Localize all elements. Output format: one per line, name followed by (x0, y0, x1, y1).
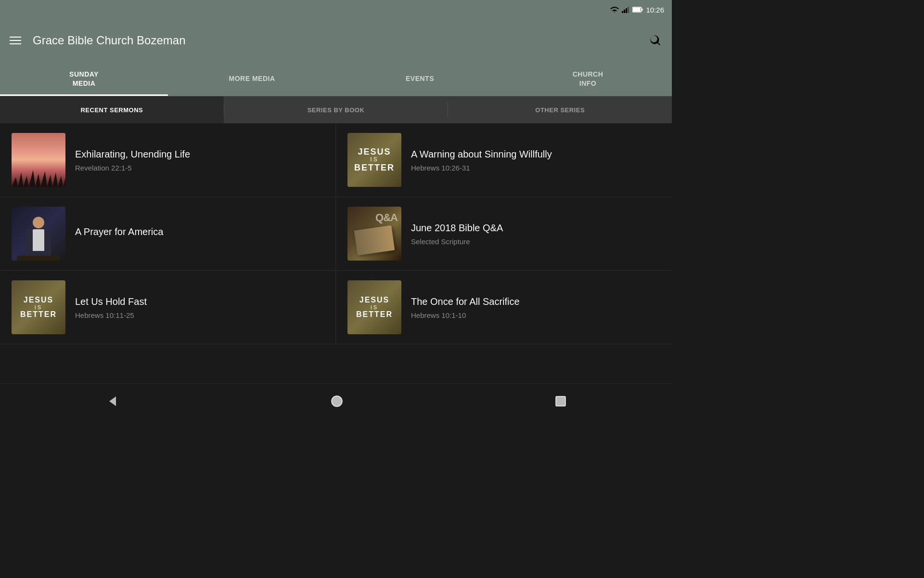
sermon-item[interactable]: JESUS IS BETTER Let Us Hold Fast Hebrews… (0, 271, 336, 344)
sermon-info: Let Us Hold Fast Hebrews 10:11-25 (75, 296, 324, 319)
sermon-scripture: Hebrews 10:11-25 (75, 311, 324, 319)
sermon-scripture: Selected Scripture (411, 237, 660, 246)
back-button[interactable] (105, 394, 119, 408)
status-bar: 10:26 (0, 0, 672, 19)
home-button[interactable] (330, 394, 344, 408)
sermon-item[interactable]: JESUS IS BETTER The Once for All Sacrifi… (336, 271, 672, 344)
sermon-title: June 2018 Bible Q&A (411, 222, 660, 234)
sermon-title: Let Us Hold Fast (75, 296, 324, 307)
sub-tab-recent-sermons[interactable]: RECENT SERMONS (0, 96, 224, 123)
status-time: 10:26 (646, 6, 664, 14)
battery-icon (632, 7, 643, 13)
menu-button[interactable] (10, 37, 21, 44)
svg-rect-3 (628, 7, 629, 13)
svg-rect-0 (622, 11, 623, 13)
recents-button[interactable] (555, 395, 566, 407)
svg-point-8 (332, 396, 342, 407)
svg-rect-6 (642, 9, 643, 11)
sermon-thumbnail: JESUS IS BETTER (347, 280, 401, 334)
svg-rect-5 (633, 8, 641, 12)
svg-marker-7 (109, 396, 116, 406)
sermon-thumbnail (12, 207, 65, 261)
svg-rect-1 (624, 10, 625, 13)
sub-tab-series-by-book[interactable]: SERIES BY BOOK (224, 96, 448, 123)
signal-icon (622, 6, 629, 13)
sermon-info: A Warning about Sinning Willfully Hebrew… (411, 148, 660, 172)
sermon-item[interactable]: Exhilarating, Unending Life Revelation 2… (0, 123, 336, 197)
search-button[interactable] (649, 34, 662, 47)
sermon-info: Exhilarating, Unending Life Revelation 2… (75, 148, 324, 172)
app-title: Grace Bible Church Bozeman (33, 34, 637, 47)
sub-tab-nav: RECENT SERMONS SERIES BY BOOK OTHER SERI… (0, 96, 672, 123)
sub-tab-other-series[interactable]: OTHER SERIES (448, 96, 672, 123)
sermon-info: June 2018 Bible Q&A Selected Scripture (411, 222, 660, 246)
sermon-title: The Once for All Sacrifice (411, 296, 660, 307)
sermon-scripture: Revelation 22:1-5 (75, 164, 324, 172)
bottom-nav (0, 383, 672, 418)
sermon-scripture: Hebrews 10:26-31 (411, 164, 660, 172)
sermon-thumbnail (12, 133, 65, 187)
sermon-item[interactable]: A Prayer for America (0, 197, 336, 271)
main-tab-nav: SUNDAY MEDIA MORE MEDIA EVENTS CHURCH IN… (0, 62, 672, 96)
sermon-thumbnail: JESUS IS BETTER (347, 133, 401, 187)
sermon-scripture: Hebrews 10:1-10 (411, 311, 660, 319)
sermon-list: Exhilarating, Unending Life Revelation 2… (0, 123, 672, 344)
sermon-title: A Warning about Sinning Willfully (411, 148, 660, 160)
sermon-title: Exhilarating, Unending Life (75, 148, 324, 160)
status-icons: 10:26 (610, 6, 664, 14)
svg-rect-2 (626, 8, 627, 13)
tab-events[interactable]: EVENTS (336, 62, 504, 96)
sermon-info: A Prayer for America (75, 226, 324, 241)
sermon-item[interactable]: Q&A June 2018 Bible Q&A Selected Scriptu… (336, 197, 672, 271)
sermon-thumbnail: Q&A (347, 207, 401, 261)
sermon-item[interactable]: JESUS IS BETTER A Warning about Sinning … (336, 123, 672, 197)
sermon-title: A Prayer for America (75, 226, 324, 237)
tab-church-info[interactable]: CHURCH INFO (504, 62, 672, 96)
sermon-thumbnail: JESUS IS BETTER (12, 280, 65, 334)
tab-sunday-media[interactable]: SUNDAY MEDIA (0, 62, 168, 96)
tab-more-media[interactable]: MORE MEDIA (168, 62, 336, 96)
svg-rect-9 (556, 396, 565, 406)
sermon-info: The Once for All Sacrifice Hebrews 10:1-… (411, 296, 660, 319)
wifi-icon (610, 6, 619, 13)
app-header: Grace Bible Church Bozeman (0, 19, 672, 62)
